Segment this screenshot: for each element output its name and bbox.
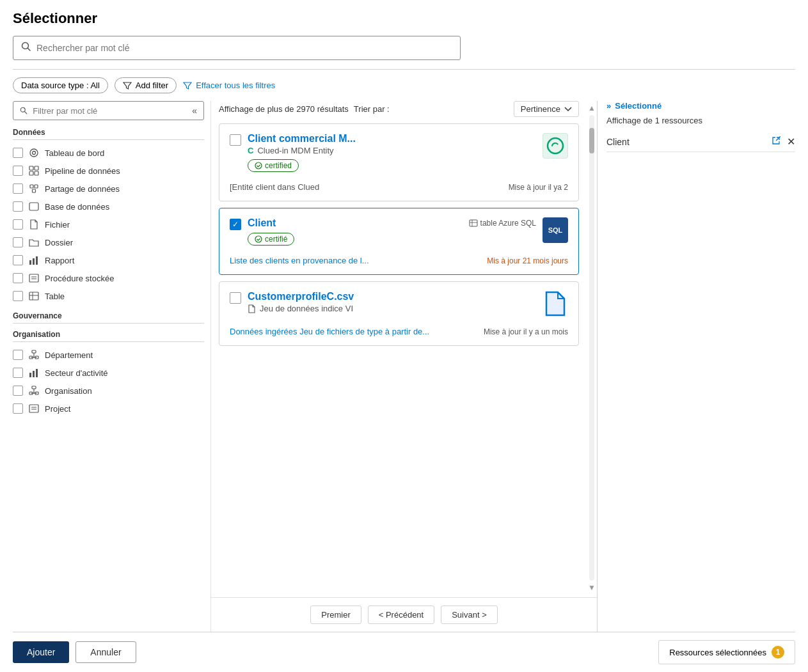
checkbox-bdd[interactable] (13, 201, 23, 212)
search-bar (13, 36, 461, 60)
content-area: « Données Tableau de bord Pipeline de do… (13, 101, 795, 632)
svg-line-1 (28, 49, 31, 51)
checkbox-project[interactable] (13, 403, 23, 414)
card-3-timestamp: Mise à jour il y a un mois (484, 327, 568, 336)
filter-badge-label: Data source type : All (21, 81, 100, 90)
org-icon (28, 385, 40, 396)
add-filter-button[interactable]: Add filter (115, 77, 177, 93)
card-2-subtitle-text: table Azure SQL (480, 219, 536, 228)
svg-rect-30 (36, 369, 38, 377)
sidebar-item-secteur[interactable]: Secteur d'activité (13, 364, 204, 382)
clear-filter-icon (183, 81, 192, 90)
card-3-checkbox[interactable] (230, 292, 241, 304)
bdd-icon (28, 201, 40, 212)
checkbox-secteur[interactable] (13, 368, 23, 378)
checkbox-proc[interactable] (13, 273, 23, 283)
remove-item-button[interactable]: ✕ (787, 136, 795, 147)
sidebar-item-label-rapport: Rapport (45, 256, 74, 265)
sidebar-item-dept[interactable]: Département (13, 346, 204, 364)
fichier-icon (28, 219, 40, 230)
sort-dropdown[interactable]: Pertinence (514, 101, 579, 117)
rapport-icon (28, 254, 40, 266)
prev-page-button[interactable]: < Précédent (368, 606, 434, 624)
checkbox-org[interactable] (13, 386, 23, 396)
search-input[interactable] (36, 43, 452, 53)
card-2-description[interactable]: Liste des clients en provenance de l... (230, 256, 369, 265)
svg-point-40 (548, 138, 563, 153)
checkbox-dept[interactable] (13, 350, 23, 360)
sidebar-item-table[interactable]: Table (13, 287, 204, 305)
checkbox-table[interactable] (13, 291, 23, 301)
card-2-title[interactable]: Client (248, 217, 463, 229)
certified-icon-2 (255, 235, 262, 243)
sidebar-item-org[interactable]: Organisation (13, 382, 204, 400)
card-1-body: [Entité client dans Clued Mise à jour il… (230, 177, 568, 192)
card-1-subtitle: C Clued-in MDM Entity (248, 146, 536, 155)
sidebar-item-label-bdd: Base de données (45, 202, 109, 212)
data-source-type-filter[interactable]: Data source type : All (13, 77, 108, 93)
sidebar-item-partage[interactable]: Partage de données (13, 180, 204, 198)
table-icon (28, 290, 40, 302)
clear-filters-button[interactable]: Effacer tous les filtres (183, 81, 275, 90)
chevron-down-icon (564, 107, 572, 112)
card-1-description: [Entité client dans Clued (230, 182, 319, 192)
svg-point-4 (30, 149, 38, 157)
checkbox-pipeline[interactable] (13, 166, 23, 176)
checkbox-dossier[interactable] (13, 237, 23, 247)
card-2-body: Liste des clients en provenance de l... … (230, 251, 568, 265)
sidebar-filter-input[interactable] (33, 106, 187, 116)
tableau-icon (28, 147, 40, 159)
sidebar-item-label-org: Organisation (45, 386, 92, 396)
add-button[interactable]: Ajouter (13, 641, 69, 663)
add-filter-label: Add filter (136, 81, 168, 90)
cancel-button[interactable]: Annuler (75, 641, 136, 663)
selected-resources-button[interactable]: Ressources sélectionnées 1 (658, 640, 795, 664)
checkbox-tableau[interactable] (13, 148, 23, 158)
scroll-up-arrow[interactable]: ▲ (588, 104, 596, 113)
certified-icon (255, 162, 262, 169)
open-item-link[interactable] (772, 137, 783, 147)
partage-icon (28, 183, 40, 194)
card-1-timestamp: Mise à jour il ya 2 (509, 183, 568, 192)
sidebar-item-project[interactable]: Project (13, 400, 204, 418)
card-3-description[interactable]: Données ingérées Jeu de fichiers de type… (230, 327, 429, 336)
sidebar-item-fichier[interactable]: Fichier (13, 215, 204, 233)
sidebar-item-label-tableau: Tableau de bord (45, 148, 104, 158)
search-icon (21, 42, 31, 54)
card-3-header: CustomerprofileC.csv Jeu de données indi… (230, 291, 568, 316)
scroll-down-arrow[interactable]: ▼ (588, 583, 596, 592)
checkbox-rapport[interactable] (13, 255, 23, 265)
svg-rect-36 (29, 405, 38, 412)
sidebar-item-dossier[interactable]: Dossier (13, 233, 204, 251)
sidebar-item-bdd[interactable]: Base de données (13, 198, 204, 215)
svg-rect-31 (32, 386, 36, 389)
card-3-title[interactable]: CustomerprofileC.csv (248, 291, 536, 302)
sidebar-item-proc[interactable]: Procédure stockée (13, 269, 204, 287)
checkbox-fichier[interactable] (13, 219, 23, 230)
svg-rect-11 (35, 185, 38, 188)
sidebar-item-rapport[interactable]: Rapport (13, 251, 204, 269)
first-page-button[interactable]: Premier (310, 606, 361, 624)
sidebar-item-label-table: Table (45, 292, 65, 301)
svg-rect-23 (32, 350, 36, 353)
sort-by-label: Trier par : (354, 104, 390, 114)
dept-icon (28, 349, 40, 361)
sidebar-item-pipeline[interactable]: Pipeline de données (13, 162, 204, 180)
section-gouvernance: Gouvernance (13, 311, 204, 324)
card-2-checkbox[interactable]: ✓ (230, 219, 241, 230)
next-page-button[interactable]: Suivant > (441, 606, 498, 624)
sidebar-collapse-button[interactable]: « (192, 105, 197, 116)
card-1-checkbox[interactable] (230, 134, 241, 146)
sidebar-search-icon (20, 106, 28, 115)
right-panel: » Sélectionné Affichage de 1 ressources … (597, 101, 795, 632)
svg-rect-10 (30, 185, 33, 188)
results-header: Affichage de plus de 2970 résultats Trie… (219, 101, 579, 117)
sidebar-item-label-pipeline: Pipeline de données (45, 166, 120, 176)
checkbox-partage[interactable] (13, 184, 23, 194)
svg-rect-8 (29, 171, 33, 175)
svg-line-3 (25, 112, 27, 114)
card-1-title[interactable]: Client commercial M... (248, 133, 536, 145)
card-2-timestamp: Mis à jour 21 mois jours (487, 256, 568, 265)
sidebar-item-tableau[interactable]: Tableau de bord (13, 144, 204, 162)
section-organisation: Organisation (13, 330, 204, 342)
